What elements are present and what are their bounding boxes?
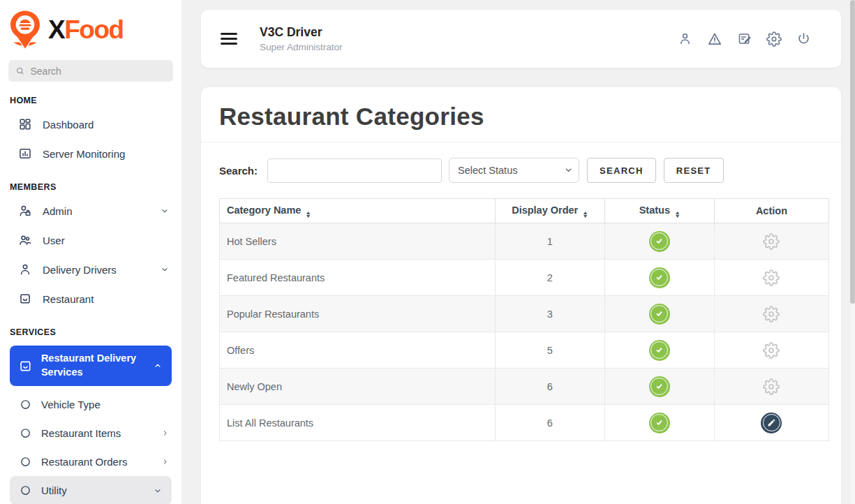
category-name-cell: List All Restaurants (220, 405, 496, 441)
display-order-cell: 3 (495, 296, 604, 332)
settings-gear-icon[interactable] (763, 306, 780, 323)
status-active-icon (649, 231, 670, 252)
sidebar-item-label: Admin (43, 205, 73, 217)
search-label: Search: (219, 165, 258, 177)
sidebar-item-utility[interactable]: Utility (10, 476, 172, 504)
table-header-row: Category Name Display Order Status Actio… (220, 199, 829, 223)
sidebar-item-restaurant-items[interactable]: Restaurant Items (0, 419, 181, 447)
edit-pencil-icon[interactable] (761, 413, 782, 433)
status-active-icon (649, 376, 670, 397)
table-row: Offers 5 (220, 332, 829, 369)
power-icon[interactable] (795, 30, 812, 47)
sidebar-item-label: Dashboard (43, 119, 94, 131)
header-subtitle: Super Administrator (260, 42, 343, 52)
alert-triangle-icon[interactable] (706, 30, 724, 48)
circle-bullet-icon (20, 484, 31, 496)
table-row: Hot Sellers 1 (220, 223, 829, 260)
category-name-cell: Featured Restaurants (220, 260, 496, 296)
display-order-cell: 5 (495, 332, 604, 369)
column-status[interactable]: Status (604, 199, 714, 223)
menu-toggle-icon[interactable] (221, 30, 237, 47)
status-active-icon (649, 304, 670, 325)
storefront-icon (18, 359, 33, 373)
sidebar: XFood HOME Dashboard Server Monitoring M… (0, 0, 181, 504)
sidebar-item-restaurant-delivery-services[interactable]: Restaurant Delivery Services (10, 346, 172, 386)
table-row: Featured Restaurants 2 (220, 260, 829, 296)
app-logo[interactable]: XFood (0, 0, 181, 54)
settings-gear-icon[interactable] (765, 30, 783, 48)
sidebar-item-label: Restaurant Orders (41, 456, 127, 468)
sidebar-nav: HOME Dashboard Server Monitoring MEMBERS… (0, 96, 181, 504)
chevron-right-icon (161, 458, 169, 466)
column-display-order[interactable]: Display Order (495, 199, 604, 223)
app-name: XFood (48, 15, 124, 45)
sidebar-item-label: Restaurant Items (41, 427, 121, 439)
status-active-icon (649, 413, 670, 433)
table-row: List All Restaurants 6 (220, 405, 829, 441)
sidebar-item-delivery-drivers[interactable]: Delivery Drivers (0, 255, 181, 284)
display-order-cell: 6 (495, 369, 604, 405)
column-category-name[interactable]: Category Name (220, 199, 496, 223)
sidebar-item-admin[interactable]: Admin (0, 196, 181, 225)
settings-gear-icon[interactable] (763, 233, 780, 250)
sidebar-item-label: Utility (41, 484, 67, 496)
settings-gear-icon[interactable] (763, 269, 780, 286)
burger-pin-logo-icon (7, 10, 43, 50)
search-button[interactable]: SEARCH (587, 158, 656, 183)
chevron-up-icon (154, 362, 162, 370)
user-icon[interactable] (676, 30, 694, 47)
status-select[interactable]: Select Status (449, 158, 579, 183)
scrollbar-thumb[interactable] (850, 0, 855, 304)
person-icon (18, 262, 32, 276)
sidebar-item-label: Vehicle Type (41, 399, 101, 410)
sidebar-item-label: Delivery Drivers (43, 264, 117, 276)
filter-bar: Search: Select Status SEARCH RESET (219, 158, 823, 183)
sidebar-item-dashboard[interactable]: Dashboard (0, 110, 181, 139)
sidebar-search[interactable] (8, 60, 173, 82)
sidebar-item-restaurant-orders[interactable]: Restaurant Orders (0, 447, 181, 476)
form-edit-icon[interactable] (736, 30, 753, 47)
sidebar-item-label: User (43, 235, 65, 246)
admin-user-lock-icon (18, 204, 32, 218)
top-header: V3C Driver Super Administrator (201, 10, 841, 68)
chevron-right-icon (161, 429, 169, 437)
sort-icon (675, 211, 680, 218)
search-icon (15, 66, 25, 76)
sidebar-item-server-monitoring[interactable]: Server Monitoring (0, 139, 181, 168)
page-title: Restaurant Categories (219, 101, 823, 142)
divider (201, 142, 841, 142)
chevron-down-icon (154, 487, 162, 495)
sidebar-item-vehicle-type[interactable]: Vehicle Type (0, 390, 181, 419)
section-members: MEMBERS (0, 182, 181, 196)
display-order-cell: 6 (495, 405, 604, 441)
status-active-icon (649, 267, 670, 288)
settings-gear-icon[interactable] (763, 342, 780, 359)
display-order-cell: 1 (495, 223, 604, 260)
category-name-cell: Newly Open (220, 369, 496, 405)
status-active-icon (649, 340, 670, 361)
search-input[interactable] (267, 158, 442, 183)
sidebar-item-label: Restaurant (43, 293, 94, 305)
page-scrollbar (850, 0, 855, 504)
settings-gear-icon[interactable] (763, 378, 780, 395)
reset-button[interactable]: RESET (664, 158, 724, 183)
display-order-cell: 2 (495, 260, 604, 296)
chevron-down-icon (161, 207, 169, 215)
sidebar-item-label: Server Monitoring (43, 148, 125, 160)
sidebar-item-restaurant[interactable]: Restaurant (0, 284, 181, 313)
users-group-icon (18, 233, 32, 247)
status-select-wrap: Select Status (449, 158, 579, 183)
section-services: SERVICES (0, 327, 181, 341)
sidebar-item-user[interactable]: User (0, 225, 181, 255)
dashboard-grid-icon (18, 117, 32, 131)
circle-bullet-icon (20, 399, 31, 410)
sort-icon (583, 211, 588, 218)
table-row: Newly Open 6 (220, 369, 829, 405)
main-content: Restaurant Categories Search: Select Sta… (201, 87, 841, 504)
category-name-cell: Offers (220, 332, 496, 369)
sidebar-search-input[interactable] (31, 66, 167, 77)
category-name-cell: Popular Restaurants (220, 296, 496, 332)
circle-bullet-icon (20, 427, 31, 439)
bar-chart-icon (18, 147, 32, 161)
circle-bullet-icon (20, 456, 31, 468)
